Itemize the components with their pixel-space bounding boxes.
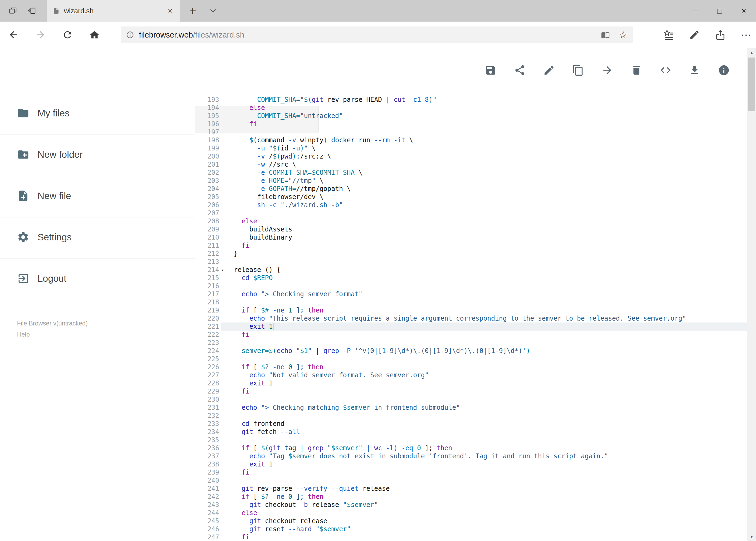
- code-line-223[interactable]: 223: [195, 339, 747, 347]
- new-tab-button[interactable]: +: [185, 0, 200, 22]
- code-line-205[interactable]: 205 filebrowser/dev \: [195, 193, 747, 201]
- code-line-236[interactable]: 236 if [ $(git tag | grep "$semver" | wc…: [195, 444, 747, 452]
- code-line-224[interactable]: 224 semver=$(echo "$1" | grep -P '^v(0|[…: [195, 347, 747, 355]
- code-line-209[interactable]: 209 buildAssets: [195, 225, 747, 234]
- code-line-219[interactable]: 219 if [ $# -ne 1 ]; then: [195, 306, 747, 314]
- forward-button[interactable]: [35, 29, 46, 41]
- tab-close-icon[interactable]: ×: [166, 7, 174, 15]
- favorites-hub-button[interactable]: [662, 29, 674, 41]
- code-line-221[interactable]: 221 exit 1: [195, 322, 747, 330]
- maximize-button[interactable]: □: [707, 0, 732, 22]
- code-line-225[interactable]: 225: [195, 355, 747, 363]
- info-button[interactable]: [718, 64, 730, 76]
- code-line-234[interactable]: 234 git fetch --all: [195, 428, 747, 436]
- code-line-196[interactable]: 196 fi: [195, 120, 747, 128]
- more-button[interactable]: ⋯: [740, 29, 752, 41]
- scrollbar-thumb[interactable]: [748, 58, 755, 111]
- code-line-226[interactable]: 226 if [ $? -ne 0 ]; then: [195, 363, 747, 371]
- code-line-216[interactable]: 216: [195, 282, 747, 290]
- code-line-198[interactable]: 198 $(command -v winpty) docker run --rm…: [195, 136, 747, 144]
- code-editor[interactable]: 193 COMMIT_SHA="$(git rev-parse HEAD | c…: [195, 92, 747, 541]
- sidebar-item-logout[interactable]: Logout: [0, 266, 195, 291]
- move-button[interactable]: [601, 64, 613, 76]
- code-line-197[interactable]: 197: [195, 128, 747, 136]
- fold-marker-icon[interactable]: ▾: [221, 266, 224, 274]
- code-line-218[interactable]: 218: [195, 298, 747, 306]
- code-line-195[interactable]: 195 COMMIT_SHA="untracked": [195, 112, 747, 120]
- code-line-206[interactable]: 206 sh -c "./wizard.sh -b": [195, 201, 747, 209]
- refresh-button[interactable]: [62, 29, 74, 41]
- code-line-233[interactable]: 233 cd frontend: [195, 420, 747, 428]
- web-note-button[interactable]: [688, 29, 700, 41]
- code-line-207[interactable]: 207: [195, 209, 747, 217]
- code-line-222[interactable]: 222 fi: [195, 330, 747, 339]
- code-line-200[interactable]: 200 -v /$(pwd):/src:z \: [195, 152, 747, 161]
- reading-view-button[interactable]: [601, 31, 610, 39]
- delete-button[interactable]: [630, 64, 642, 76]
- sidebar-item-new-file[interactable]: New file: [0, 183, 195, 209]
- code-line-227[interactable]: 227 echo "Not valid semver format. See s…: [195, 371, 747, 379]
- code-line-230[interactable]: 230: [195, 395, 747, 403]
- code-line-214[interactable]: 214▾release () {: [195, 266, 747, 274]
- code-line-208[interactable]: 208 else: [195, 217, 747, 225]
- sidebar-item-my-files[interactable]: My files: [0, 100, 195, 126]
- scroll-up-icon[interactable]: ▲: [747, 48, 756, 57]
- tab-wizard-sh[interactable]: wizard.sh ×: [47, 0, 180, 22]
- home-button[interactable]: [89, 29, 101, 41]
- code-button[interactable]: [660, 64, 671, 76]
- download-button[interactable]: [689, 64, 701, 76]
- code-line-246[interactable]: 246 git reset --hard "$semver": [195, 525, 747, 533]
- code-line-199[interactable]: 199 -u "$(id -u)" \: [195, 144, 747, 152]
- code-line-220[interactable]: 220 echo "This release script requires a…: [195, 314, 747, 322]
- code-line-212[interactable]: 212}: [195, 250, 747, 258]
- code-line-213[interactable]: 213: [195, 258, 747, 266]
- tab-chevron-icon[interactable]: [206, 0, 221, 22]
- code-line-242[interactable]: 242 if [ $? -ne 0 ]; then: [195, 493, 747, 501]
- code-line-238[interactable]: 238 exit 1: [195, 460, 747, 468]
- scroll-down-icon[interactable]: ▼: [747, 532, 756, 541]
- code-line-231[interactable]: 231 echo "> Checking matching $semver in…: [195, 403, 747, 412]
- help-link[interactable]: Help: [17, 331, 195, 338]
- code-line-244[interactable]: 244 else: [195, 509, 747, 517]
- close-button[interactable]: ×: [732, 0, 756, 22]
- code-line-240[interactable]: 240: [195, 476, 747, 485]
- tab-preview-button[interactable]: [5, 0, 21, 22]
- code-line-228[interactable]: 228 exit 1: [195, 379, 747, 387]
- code-line-247[interactable]: 247 fi: [195, 533, 747, 541]
- code-line-203[interactable]: 203 -e HOME="//tmp" \: [195, 177, 747, 185]
- sidebar-item-new-folder[interactable]: New folder: [0, 142, 195, 168]
- code-line-194[interactable]: 194 else: [195, 104, 747, 112]
- code-text: -e HOME="//tmp" \: [221, 177, 747, 185]
- code-line-243[interactable]: 243 git checkout -b release "$semver": [195, 501, 747, 509]
- code-line-241[interactable]: 241 git rev-parse --verify --quiet relea…: [195, 485, 747, 493]
- code-line-193[interactable]: 193 COMMIT_SHA="$(git rev-parse HEAD | c…: [195, 96, 747, 104]
- delete-icon: [630, 64, 642, 76]
- favorite-star-button[interactable]: ☆: [619, 30, 628, 40]
- code-line-237[interactable]: 237 echo "Tag $semver does not exist in …: [195, 452, 747, 460]
- page-scrollbar[interactable]: ▲ ▼: [747, 48, 756, 541]
- back-button[interactable]: [8, 29, 19, 41]
- site-info-icon[interactable]: [126, 31, 134, 39]
- copy-button[interactable]: [572, 64, 584, 76]
- share-page-button[interactable]: [714, 29, 726, 41]
- code-line-201[interactable]: 201 -w //src \: [195, 161, 747, 169]
- code-line-245[interactable]: 245 git checkout release: [195, 517, 747, 525]
- code-line-210[interactable]: 210 buildBinary: [195, 234, 747, 242]
- code-line-211[interactable]: 211 fi: [195, 242, 747, 250]
- set-tabs-aside-button[interactable]: [24, 0, 40, 22]
- share-button[interactable]: [514, 64, 526, 76]
- save-button[interactable]: [485, 64, 497, 76]
- address-bar[interactable]: filebrowser.web/files/wizard.sh ☆: [121, 26, 633, 43]
- code-line-235[interactable]: 235: [195, 436, 747, 444]
- code-line-202[interactable]: 202 -e COMMIT_SHA=$COMMIT_SHA \: [195, 169, 747, 177]
- code-line-204[interactable]: 204 -e GOPATH=//tmp/gopath \: [195, 185, 747, 193]
- code-line-217[interactable]: 217 echo "> Checking semver format": [195, 290, 747, 298]
- minimize-button[interactable]: ─: [683, 0, 707, 22]
- code-line-232[interactable]: 232: [195, 412, 747, 420]
- edit-button[interactable]: [543, 64, 555, 76]
- sidebar-item-settings[interactable]: Settings: [0, 224, 195, 250]
- code-line-239[interactable]: 239 fi: [195, 468, 747, 476]
- code-line-229[interactable]: 229 fi: [195, 387, 747, 395]
- code-text: [221, 476, 747, 485]
- code-line-215[interactable]: 215 cd $REPO: [195, 274, 747, 282]
